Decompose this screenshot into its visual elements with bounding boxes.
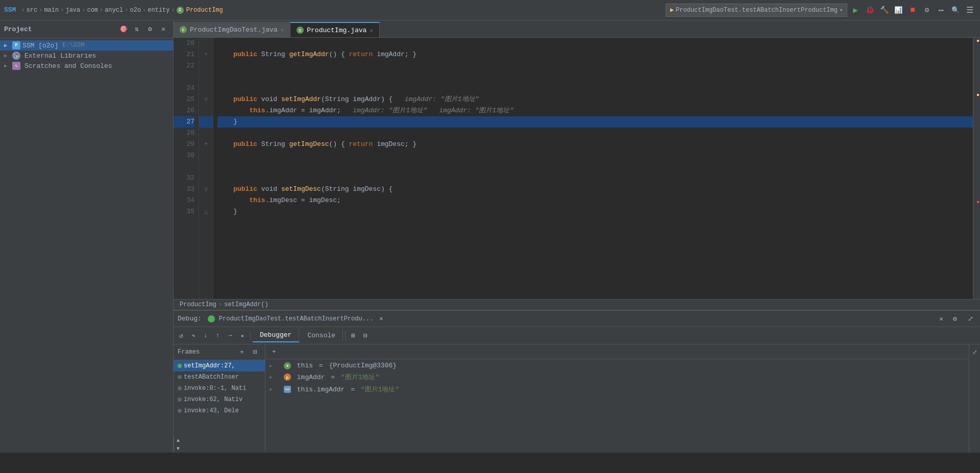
external-libs-label: External Libraries — [24, 52, 96, 60]
frames-header: Frames + ⊟ — [174, 344, 265, 360]
g28 — [199, 128, 213, 139]
debug-tab-debugger[interactable]: Debugger — [253, 329, 299, 342]
tree-arrow-libs: ▶ — [4, 53, 10, 59]
frames-add-btn[interactable]: + — [236, 346, 248, 358]
debug-session-close[interactable]: ✕ — [379, 315, 383, 322]
bc-main[interactable]: main — [44, 7, 59, 14]
sidebar-item-scratches[interactable]: ▶ ✎ Scratches and Consoles — [0, 61, 173, 71]
code-line-33: public void setImgDesc(String imgDesc) { — [217, 184, 973, 195]
var-arrow-imgaddr[interactable]: ▶ — [270, 374, 277, 380]
debug-frames-btn[interactable]: ⊞ — [348, 330, 359, 341]
g21[interactable]: + — [199, 49, 213, 60]
var-arrow-this[interactable]: ▶ — [270, 363, 277, 369]
ln-34: 34 — [174, 195, 194, 206]
sidebar-close-icon[interactable]: ✕ — [158, 23, 169, 35]
var-icon-p: p — [284, 374, 291, 381]
frame-item-2[interactable]: invoke:0:-1, Nati — [174, 383, 265, 394]
frame-item-4[interactable]: invoke:43, Dele — [174, 405, 265, 416]
debug-step-into-btn[interactable]: ↓ — [200, 330, 211, 341]
bc-entity[interactable]: entity — [148, 7, 169, 14]
gutter-col: + ▽ + ▽ △ — [199, 38, 213, 299]
tab-close-2[interactable]: ✕ — [370, 27, 373, 34]
code-line-28 — [217, 128, 973, 139]
var-arrow-this-imgaddr[interactable]: ▶ — [270, 386, 277, 392]
tab-productimgdaotest[interactable]: C ProductImgDaoTest.java ✕ — [174, 22, 290, 37]
run-button[interactable]: ▶ — [849, 4, 862, 16]
frames-scroll-up[interactable]: ▲ — [174, 436, 182, 444]
bc-java[interactable]: java — [65, 7, 80, 14]
var-item-this-imgaddr[interactable]: ▶ oo this.imgAddr = "图片1地址" — [265, 383, 969, 395]
code-line-29: public String getImgDesc() { return imgD… — [217, 139, 973, 150]
sidebar-item-external-libs[interactable]: ▶ 📚 External Libraries — [0, 51, 173, 61]
run-config-dropdown[interactable]: ▶ ProductImgDaoTest.testABatchInsertProd… — [666, 4, 847, 17]
debug-panel-close[interactable]: ✕ — [939, 315, 943, 323]
build-button[interactable]: 🔨 — [878, 4, 890, 16]
right-gutter — [973, 38, 980, 299]
coverage-button[interactable]: 📊 — [892, 4, 904, 16]
debug-session-name[interactable]: ProductImgDaoTest.testABatchInsertProdu.… — [219, 315, 373, 322]
tab-productimg[interactable]: C ProductImg.java ✕ — [290, 22, 380, 37]
sidebar: Project 🎯 ⇅ ⚙ ✕ ▶ P SSM [o2o] E:\SSM ▶ 📚… — [0, 20, 174, 453]
bc-com[interactable]: com — [87, 7, 98, 14]
var-value-imgaddr: "图片1地址" — [341, 372, 379, 382]
debug-run-cursor-btn[interactable]: → — [225, 330, 236, 341]
var-item-imgaddr[interactable]: ▶ p imgAddr = "图片1地址" — [265, 371, 969, 383]
sidebar-item-ssm[interactable]: ▶ P SSM [o2o] E:\SSM — [0, 40, 173, 51]
sidebar-locate-icon[interactable]: 🎯 — [118, 23, 129, 35]
ln-32: 32 — [174, 172, 194, 184]
code-lines[interactable]: public String getImgAddr() { return imgA… — [213, 38, 973, 299]
var-item-this[interactable]: ▶ ⊕ this = {ProductImg@3306} — [265, 360, 969, 371]
settings-button[interactable]: ☰ — [964, 4, 976, 16]
bc-src[interactable]: src — [27, 7, 38, 14]
sidebar-icons: 🎯 ⇅ ⚙ ✕ — [118, 23, 169, 35]
main-layout: Project 🎯 ⇅ ⚙ ✕ ▶ P SSM [o2o] E:\SSM ▶ 📚… — [0, 20, 980, 453]
eb-class[interactable]: ProductImg — [180, 301, 216, 308]
stop-button[interactable]: ■ — [906, 4, 919, 16]
debug-restart-btn[interactable]: ↺ — [176, 330, 187, 341]
g25[interactable]: ▽ — [199, 94, 213, 105]
ln-26: 26 — [174, 105, 194, 116]
frame-item-3[interactable]: invoke:62, Nativ — [174, 394, 265, 405]
ssm-path: E:\SSM — [62, 42, 84, 49]
code-line-32 — [217, 172, 973, 184]
debug-session-icon — [208, 315, 215, 322]
g24 — [199, 83, 213, 94]
debug-threads-btn[interactable]: ⊟ — [360, 330, 371, 341]
frames-scroll-down[interactable]: ▼ — [174, 444, 182, 453]
frames-filter-btn[interactable]: ⊟ — [250, 346, 261, 358]
debug-expand-icon[interactable]: ⤢ — [965, 313, 976, 325]
sidebar-expand-icon[interactable]: ⇅ — [131, 23, 142, 35]
frame-item-1[interactable]: testABatchInser — [174, 371, 265, 383]
eb-method[interactable]: setImgAddr() — [224, 301, 268, 308]
class-icon: C — [177, 7, 184, 14]
tree-arrow-ssm: ▶ — [4, 42, 10, 48]
bc-anycl[interactable]: anycl — [105, 7, 123, 14]
var-add-btn[interactable]: + — [268, 346, 280, 357]
g29[interactable]: + — [199, 139, 213, 150]
debug-step-out-btn[interactable]: ↑ — [212, 330, 224, 341]
debug-tab-console[interactable]: Console — [300, 329, 343, 342]
debug-settings-icon[interactable]: ⚙ — [949, 313, 961, 325]
debug-eval-btn[interactable]: ✦ — [237, 330, 248, 341]
debug-button[interactable]: 🐞 — [864, 4, 876, 16]
sidebar-settings-icon[interactable]: ⚙ — [144, 23, 156, 35]
more-button[interactable]: ⋯ — [935, 4, 947, 16]
profile-button[interactable]: ⚙ — [921, 4, 933, 16]
scratch-icon: ✎ — [12, 62, 20, 70]
g35[interactable]: △ — [199, 206, 213, 217]
search-button[interactable]: 🔍 — [949, 4, 962, 16]
bc-class[interactable]: ProductImg — [186, 7, 223, 14]
tab-close-1[interactable]: ✕ — [281, 27, 284, 33]
debug-step-over-btn[interactable]: ↷ — [188, 330, 199, 341]
tab-java-icon-1: C — [180, 26, 187, 33]
code-line-23 — [217, 71, 973, 83]
frame-item-0[interactable]: setImgAddr:27, — [174, 360, 265, 371]
var-name-this-imgaddr: this.imgAddr — [293, 386, 345, 393]
g33[interactable]: ▽ — [199, 184, 213, 195]
brand-label[interactable]: SSM — [4, 6, 16, 14]
bc-o2o[interactable]: o2o — [130, 7, 141, 14]
debug-right-expand[interactable]: ⤢ — [969, 346, 981, 358]
tab-bar: C ProductImgDaoTest.java ✕ C ProductImg.… — [174, 20, 980, 38]
code-content: 20 21 22 24 25 26 27 28 29 30 32 33 — [174, 38, 980, 299]
frames-panel: Frames + ⊟ setImgAddr:27, t — [174, 344, 265, 453]
